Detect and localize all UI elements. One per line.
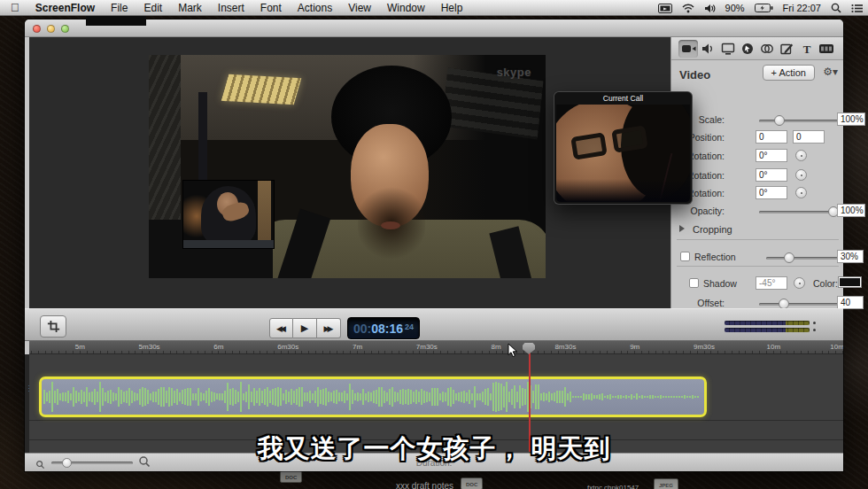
notification-center-icon[interactable] (851, 4, 863, 13)
position-y-field[interactable]: 0 (793, 130, 825, 144)
gear-icon[interactable]: ⚙▾ (823, 66, 838, 78)
menu-actions[interactable]: Actions (298, 2, 332, 14)
tab-audio-properties[interactable] (698, 40, 717, 58)
tab-text-properties[interactable]: T (797, 40, 817, 58)
inspector-title: Video (679, 68, 710, 82)
reflection-slider[interactable] (766, 257, 841, 260)
waveform-bar (152, 392, 154, 402)
spotlight-search-icon[interactable] (831, 3, 841, 13)
tab-media-library[interactable] (817, 40, 836, 58)
menu-items:  ScreenFlow FileEditMarkInsertFontActio… (0, 1, 462, 14)
position-x-field[interactable]: 0 (756, 130, 787, 144)
waveform-bar (213, 392, 215, 400)
ruler-tick (343, 351, 344, 353)
menu-file[interactable]: File (111, 2, 128, 14)
waveform-bar (639, 396, 640, 398)
reflection-slider-thumb[interactable] (784, 252, 794, 263)
waveform-bar (522, 388, 523, 406)
timeline-ruler[interactable]: 4m30s5m5m30s6m6m30s7m7m30s8m8m30s9m9m30s… (29, 341, 843, 354)
scale-slider-thumb[interactable] (774, 115, 785, 126)
waveform-bar (583, 393, 585, 400)
rotation-dial-1[interactable] (795, 150, 807, 161)
menu-insert[interactable]: Insert (218, 2, 244, 14)
desktop-file-jpeg[interactable]: JPEG (654, 478, 678, 489)
waveform-bar (195, 393, 197, 400)
menu-font[interactable]: Font (260, 2, 282, 14)
menu-help[interactable]: Help (441, 2, 463, 14)
menu-mark[interactable]: Mark (178, 2, 202, 14)
waveform-bar (548, 392, 550, 402)
cropping-disclosure-triangle[interactable] (679, 225, 685, 232)
waveform-bar (458, 392, 460, 400)
battery-icon[interactable] (755, 4, 773, 12)
desktop-file-label[interactable]: xxx draft notes (396, 481, 453, 489)
video-person-mouth (381, 221, 400, 229)
tab-video-properties[interactable] (678, 40, 698, 58)
wifi-icon[interactable] (682, 4, 694, 13)
crop-tool-button[interactable] (40, 315, 66, 338)
waveform-bar (663, 396, 664, 398)
rotation-field-3[interactable]: 0° (756, 186, 787, 199)
ruler-tick (212, 351, 213, 353)
play-button[interactable]: ▶ (293, 318, 317, 338)
window-titlebar[interactable] (25, 19, 843, 37)
selected-media-clip[interactable] (39, 376, 707, 417)
reflection-value-field[interactable]: 30% (837, 250, 864, 263)
opacity-slider[interactable] (759, 211, 841, 213)
tab-touch-callout-properties[interactable] (757, 40, 777, 58)
waveform-bar (328, 392, 329, 403)
volume-icon[interactable] (704, 4, 716, 13)
cropping-row[interactable]: Cropping (671, 223, 843, 239)
waveform-bar (131, 391, 133, 403)
zoom-window-button[interactable] (61, 25, 69, 33)
desktop-file-label[interactable]: fxtnc chpk01547 (587, 484, 639, 489)
rotation-dial-2[interactable] (795, 169, 807, 181)
waveform-bar (49, 391, 50, 404)
ruler-tick (31, 351, 32, 353)
menu-window[interactable]: Window (387, 2, 425, 14)
waveform-bar (235, 390, 236, 405)
apple-menu-icon[interactable]:  (11, 1, 19, 14)
display-icon[interactable] (658, 4, 672, 13)
scale-value-field[interactable]: 100% (837, 113, 865, 126)
shadow-angle-dial[interactable] (794, 277, 805, 289)
meter-handle-dots[interactable] (813, 322, 816, 336)
scale-slider[interactable] (759, 120, 841, 122)
close-window-button[interactable] (33, 25, 41, 33)
opacity-value-field[interactable]: 100% (837, 204, 865, 217)
rotation-dial-3[interactable] (795, 187, 807, 198)
position-row: Position: 0 0 (671, 130, 843, 146)
shadow-angle-field[interactable]: -45° (756, 276, 787, 290)
inspector-header: Video + Action ⚙▾ (671, 60, 843, 87)
add-action-button[interactable]: + Action (763, 65, 815, 81)
tab-screen-recording-properties[interactable] (718, 40, 738, 58)
tab-annotations-properties[interactable] (777, 40, 796, 58)
ruler-tick (538, 351, 539, 353)
waveform-bar (394, 392, 396, 402)
shadow-checkbox[interactable] (689, 278, 699, 288)
ruler-tick (205, 351, 205, 353)
ruler-tick (475, 351, 476, 353)
waveform-bar (442, 392, 444, 402)
rotation-field-2[interactable]: 0° (756, 168, 787, 182)
waveform-bar (418, 392, 420, 403)
shadow-color-swatch[interactable] (838, 276, 862, 288)
current-call-window[interactable]: Current Call (554, 91, 693, 205)
tab-callout-properties[interactable] (738, 40, 757, 58)
rewind-button[interactable]: ◀◀ (269, 318, 293, 338)
waveform-bar (237, 392, 239, 402)
desktop-file-doc-1[interactable]: DOC (280, 470, 302, 483)
offset-value-field[interactable]: 40 (837, 296, 864, 309)
fast-forward-button[interactable]: ▶▶ (317, 318, 341, 338)
minimize-window-button[interactable] (47, 25, 55, 33)
menu-edit[interactable]: Edit (143, 2, 162, 14)
desktop-file-doc-2[interactable]: DOC (461, 477, 483, 489)
menu-view[interactable]: View (348, 2, 371, 14)
video-preview[interactable]: skype (149, 55, 546, 278)
rotation-field-1[interactable]: 0° (756, 149, 787, 162)
waveform-bar (617, 395, 619, 398)
reflection-checkbox[interactable] (680, 252, 690, 261)
offset-slider[interactable] (759, 303, 841, 306)
menu-app-name[interactable]: ScreenFlow (35, 2, 95, 14)
menu-clock[interactable]: Fri 22:07 (783, 3, 821, 13)
